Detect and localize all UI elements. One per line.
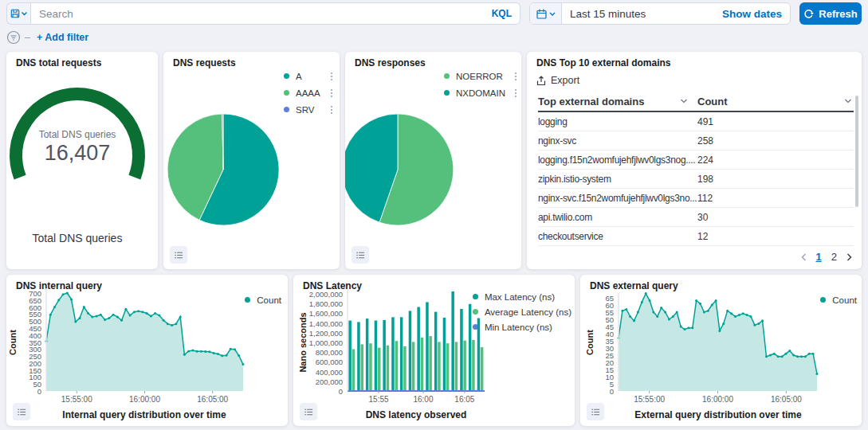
pagination-page-1[interactable]: 1 <box>816 251 822 263</box>
filter-bar: + Add filter <box>6 29 862 45</box>
filter-separator <box>25 37 30 38</box>
legend-item-NXDOMAIN[interactable]: NXDOMAIN <box>444 88 517 98</box>
x-tick-label: 16:05:00 <box>760 395 811 404</box>
pagination-prev-icon[interactable] <box>801 253 807 261</box>
x-tick-label: 15:55 <box>353 395 404 404</box>
x-tick-label: 16:00:00 <box>693 395 744 404</box>
legend-menu-icon[interactable] <box>514 88 517 98</box>
cell-count: 198 <box>697 174 854 185</box>
table-row: zipkin.istio-system198 <box>538 170 854 189</box>
bar-max <box>460 309 463 391</box>
bar-max <box>451 291 454 391</box>
calendar-icon <box>536 9 547 19</box>
bar-max <box>469 304 472 391</box>
time-range-value[interactable]: Last 15 minutes <box>562 8 646 20</box>
export-label: Export <box>551 75 579 86</box>
bar-avg <box>455 342 458 391</box>
min-latency-line <box>348 390 485 392</box>
panel-dns-latency: DNS Latency Nano seconds DNS latency obs… <box>293 275 575 426</box>
bar-max <box>348 321 352 392</box>
column-header-count[interactable]: Count <box>697 96 854 108</box>
panel-dns-total-requests: DNS total requests Total DNS queries 16,… <box>6 52 158 269</box>
legend-dot <box>284 107 289 112</box>
y-tick-label: 1,600,000 <box>308 309 343 318</box>
bar-avg <box>412 342 415 391</box>
bar-avg <box>421 338 424 391</box>
panel-dns-requests: DNS requests AAAAASRV <box>163 52 340 269</box>
bar-avg <box>472 340 475 391</box>
table-row: api.twilio.com30 <box>538 208 854 227</box>
table-row: checkoutservice12 <box>538 227 854 246</box>
gauge-inner-label: Total DNS queries <box>6 129 148 140</box>
sort-chevron-icon[interactable] <box>680 99 688 104</box>
legend-menu-icon[interactable] <box>330 72 333 81</box>
list-icon <box>356 251 365 260</box>
panel-title[interactable]: DNS Top 10 external domains <box>536 57 671 68</box>
bar-avg <box>463 341 466 391</box>
filter-options-icon[interactable] <box>6 30 21 45</box>
panel-dns-responses: DNS responses NOERRORNXDOMAIN <box>345 52 521 269</box>
bar-max <box>409 311 412 391</box>
pagination-page-2[interactable]: 2 <box>831 251 837 263</box>
search-placeholder: Search <box>39 8 492 20</box>
bar-avg <box>369 343 372 391</box>
calendar-button[interactable] <box>530 3 562 24</box>
bar-max <box>375 321 378 392</box>
legend-dot <box>444 73 450 79</box>
legend-item-A[interactable]: A <box>284 71 333 81</box>
bar-avg <box>361 344 364 391</box>
search-input[interactable]: Search KQL <box>30 2 520 25</box>
column-header-domains[interactable]: Top external domains <box>538 96 697 108</box>
bar-max <box>426 302 429 391</box>
y-tick-label: 2,000,000 <box>308 290 343 299</box>
refresh-button[interactable]: Refresh <box>799 2 862 25</box>
column-header-label: Count <box>697 96 728 108</box>
export-button[interactable]: Export <box>536 75 579 86</box>
table-row: nginx-svc258 <box>538 131 854 150</box>
export-icon <box>536 76 546 86</box>
legend-menu-icon[interactable] <box>514 72 517 81</box>
cell-domain: checkoutservice <box>538 231 697 242</box>
x-tick-label: 16:05 <box>439 395 490 404</box>
legend-item-SRV[interactable]: SRV <box>284 104 333 115</box>
legend-dot <box>444 90 450 96</box>
refresh-label: Refresh <box>819 8 857 20</box>
panel-dns-internal-query: DNS internal query Count Internal query … <box>6 275 288 426</box>
panel-dns-external-query: DNS external query Count External query … <box>580 275 862 426</box>
legend-label: NOERROR <box>456 72 514 81</box>
bar-avg <box>352 350 355 392</box>
legend-menu-icon[interactable] <box>330 88 333 98</box>
list-icon <box>175 251 183 260</box>
y-tick-label: 0 <box>308 387 343 396</box>
y-tick-label: 800,000 <box>308 348 343 357</box>
pagination-next-icon[interactable] <box>846 253 852 261</box>
bar-max <box>477 319 481 392</box>
cell-count: 258 <box>697 135 854 147</box>
table-scrollbar[interactable] <box>855 96 858 207</box>
legend-menu-icon[interactable] <box>330 105 333 115</box>
date-picker: Last 15 minutes Show dates <box>529 2 791 25</box>
y-tick-label: 400,000 <box>308 368 343 377</box>
x-tick-label: 16:00:00 <box>120 395 171 404</box>
legend-item-NOERROR[interactable]: NOERROR <box>444 71 517 81</box>
bar-max <box>434 312 438 391</box>
kql-button[interactable]: KQL <box>492 8 512 19</box>
legend-toggle-button[interactable] <box>352 246 369 264</box>
cell-count: 112 <box>697 193 854 204</box>
bar-avg <box>446 343 450 391</box>
chevron-down-icon <box>21 11 28 16</box>
show-dates-link[interactable]: Show dates <box>722 8 790 20</box>
bar-avg <box>481 347 484 391</box>
cell-domain: nginx-svc <box>538 135 697 147</box>
bar-avg <box>438 342 441 391</box>
legend-item-AAAA[interactable]: AAAA <box>284 88 333 98</box>
legend-label: A <box>296 72 330 81</box>
bar-avg <box>395 341 399 391</box>
sort-chevron-icon[interactable] <box>844 99 852 104</box>
y-tick-label: 1,400,000 <box>308 319 343 328</box>
cell-domain: zipkin.istio-system <box>538 174 697 185</box>
legend-toggle-button[interactable] <box>170 246 187 264</box>
add-filter-link[interactable]: + Add filter <box>37 32 88 43</box>
bar-max <box>400 317 403 391</box>
saved-query-button[interactable] <box>6 2 30 25</box>
